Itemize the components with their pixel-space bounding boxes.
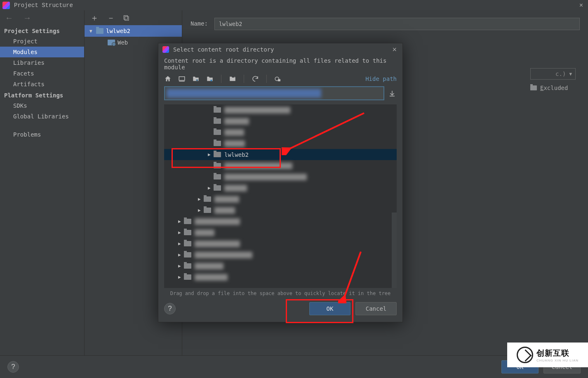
web-facet-icon bbox=[108, 40, 115, 45]
tree-row[interactable] bbox=[164, 171, 397, 182]
add-icon[interactable]: ＋ bbox=[90, 12, 99, 24]
help-button[interactable]: ? bbox=[7, 361, 19, 373]
tree-row[interactable] bbox=[164, 116, 397, 127]
dialog-bottom-bar: ? OK Cancel bbox=[0, 355, 588, 378]
tree-row[interactable] bbox=[164, 127, 397, 138]
tree-item-label-blurred bbox=[195, 218, 240, 225]
settings-sidebar: ← → Project Settings Project Modules Lib… bbox=[0, 10, 85, 361]
desktop-icon[interactable] bbox=[178, 75, 186, 83]
sidebar-item-libraries[interactable]: Libraries bbox=[0, 57, 84, 68]
expand-arrow-icon[interactable]: ▶ bbox=[178, 263, 184, 269]
tree-row[interactable] bbox=[164, 160, 397, 171]
sidebar-section-project: Project Settings bbox=[0, 25, 84, 36]
home-icon[interactable] bbox=[164, 75, 172, 83]
tree-item-label-blurred bbox=[224, 174, 307, 180]
tree-row[interactable]: ▶ bbox=[164, 182, 397, 194]
module-toolbar: ＋ － ⧉ bbox=[85, 10, 182, 25]
folder-icon bbox=[214, 107, 221, 113]
folder-icon bbox=[184, 241, 191, 246]
excluded-marker[interactable]: Excluded bbox=[530, 85, 576, 91]
tree-row[interactable]: ▶ bbox=[164, 227, 397, 238]
expand-arrow-icon[interactable]: ▶ bbox=[178, 219, 184, 224]
combo-text: c.) bbox=[555, 71, 566, 77]
folder-icon bbox=[204, 196, 211, 202]
sidebar-item-project[interactable]: Project bbox=[0, 36, 84, 47]
close-icon[interactable]: × bbox=[390, 45, 398, 54]
tree-item-label-blurred bbox=[224, 163, 292, 169]
folder-icon bbox=[184, 274, 191, 280]
watermark-text-en: CHUANG XIN HU LIAN bbox=[536, 359, 579, 362]
dialog-title: Select content root directory bbox=[173, 46, 274, 53]
svg-rect-2 bbox=[196, 80, 198, 81]
expand-arrow-icon[interactable]: ▶ bbox=[178, 252, 184, 258]
sidebar-item-facets[interactable]: Facets bbox=[0, 68, 84, 79]
back-icon[interactable]: ← bbox=[5, 13, 13, 23]
folder-icon bbox=[184, 263, 191, 269]
sidebar-item-modules[interactable]: Modules bbox=[0, 47, 84, 57]
tree-row[interactable] bbox=[164, 138, 397, 149]
folder-icon bbox=[184, 219, 191, 224]
tree-item-label-blurred bbox=[195, 274, 228, 281]
path-input[interactable] bbox=[164, 86, 384, 100]
tree-row[interactable]: ▶ bbox=[164, 205, 397, 216]
sidebar-item-sdks[interactable]: SDKs bbox=[0, 100, 84, 111]
svg-text:+: + bbox=[234, 76, 236, 79]
sidebar-item-artifacts[interactable]: Artifacts bbox=[0, 79, 84, 90]
tree-item-label-blurred bbox=[195, 241, 240, 247]
svg-rect-3 bbox=[211, 80, 212, 81]
module-name-input[interactable] bbox=[214, 18, 580, 30]
folder-icon bbox=[214, 141, 221, 146]
sidebar-section-platform: Platform Settings bbox=[0, 90, 84, 100]
sidebar-item-global-libraries[interactable]: Global Libraries bbox=[0, 111, 84, 122]
expand-arrow-icon[interactable]: ▶ bbox=[198, 196, 204, 202]
dialog-ok-button[interactable]: OK bbox=[309, 302, 350, 315]
tree-row[interactable] bbox=[164, 104, 397, 116]
tree-item-label-blurred bbox=[224, 185, 247, 191]
module-dir-icon[interactable] bbox=[206, 75, 214, 83]
sidebar-item-problems[interactable]: Problems bbox=[0, 129, 84, 140]
expand-arrow-icon[interactable]: ▶ bbox=[198, 208, 204, 213]
watermark-text-cn: 创新互联 bbox=[536, 348, 579, 359]
tree-row[interactable]: ▶ bbox=[164, 249, 397, 260]
expand-arrow-icon[interactable]: ▶ bbox=[178, 230, 184, 235]
remove-icon[interactable]: － bbox=[107, 12, 115, 24]
close-icon[interactable]: × bbox=[577, 2, 586, 9]
tree-row[interactable]: ▶ bbox=[164, 260, 397, 272]
dialog-cancel-button[interactable]: Cancel bbox=[355, 302, 397, 315]
tree-row[interactable]: ▶ bbox=[164, 216, 397, 227]
history-icon[interactable] bbox=[388, 86, 397, 100]
folder-icon bbox=[214, 185, 221, 191]
help-button[interactable]: ? bbox=[164, 303, 176, 314]
forward-icon[interactable]: → bbox=[23, 13, 31, 23]
watermark-logo-icon bbox=[517, 347, 533, 363]
refresh-icon[interactable] bbox=[252, 75, 259, 83]
tree-item-label-blurred bbox=[195, 263, 223, 269]
copy-icon[interactable]: ⧉ bbox=[123, 13, 129, 23]
chevron-down-icon: ▼ bbox=[569, 71, 572, 77]
folder-icon bbox=[214, 152, 221, 157]
project-dir-icon[interactable] bbox=[192, 75, 200, 83]
expand-arrow-icon[interactable]: ▶ bbox=[178, 274, 184, 280]
partial-combo[interactable]: c.) ▼ bbox=[530, 68, 576, 80]
select-content-root-dialog: Select content root directory × Content … bbox=[158, 43, 403, 322]
tree-item-label-blurred bbox=[214, 196, 239, 203]
tree-row[interactable]: ▶ bbox=[164, 194, 397, 205]
expand-arrow-icon[interactable]: ▶ bbox=[208, 185, 214, 191]
module-tree-root[interactable]: ▼ lwlweb2 bbox=[85, 25, 182, 37]
show-hidden-icon[interactable] bbox=[274, 75, 282, 83]
tree-row[interactable]: ▶lwlweb2 bbox=[164, 149, 397, 160]
expand-arrow-icon[interactable]: ▶ bbox=[208, 152, 214, 157]
directory-tree[interactable]: ▶lwlweb2▶▶▶▶▶▶▶▶▶ bbox=[164, 104, 397, 288]
expand-arrow-icon[interactable]: ▶ bbox=[178, 241, 184, 246]
svg-rect-6 bbox=[278, 79, 280, 81]
hide-path-link[interactable]: Hide path bbox=[365, 76, 397, 82]
expand-arrow-icon[interactable]: ▼ bbox=[89, 28, 96, 34]
svg-rect-0 bbox=[179, 77, 185, 80]
dialog-titlebar: Select content root directory × bbox=[158, 43, 402, 56]
scrollbar[interactable] bbox=[392, 213, 397, 288]
tree-row[interactable]: ▶ bbox=[164, 238, 397, 249]
new-folder-icon[interactable]: + bbox=[229, 75, 236, 83]
tree-row[interactable]: ▶ bbox=[164, 272, 397, 283]
window-title: Project Structure bbox=[14, 2, 73, 9]
folder-icon bbox=[214, 118, 221, 124]
